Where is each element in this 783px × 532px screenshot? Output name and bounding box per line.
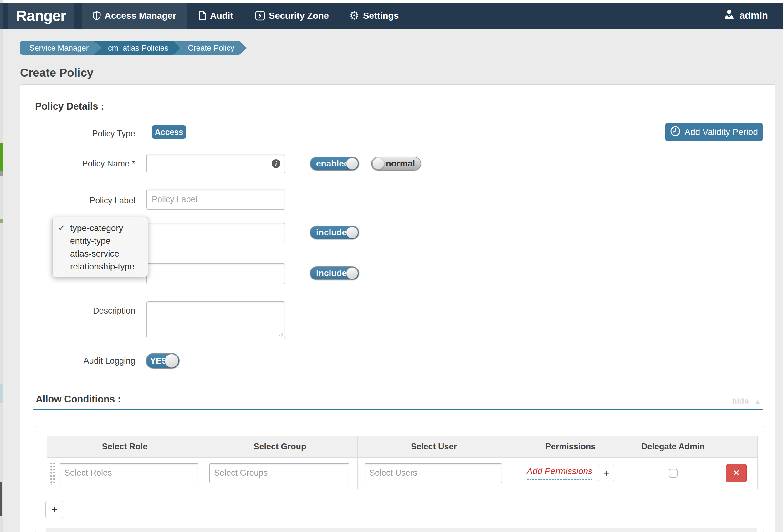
header-select-group: Select Group [202, 436, 358, 458]
nav-item-access-manager[interactable]: Access Manager [82, 2, 187, 29]
policy-details-heading: Policy Details : [35, 101, 104, 112]
background-window-sliver [0, 0, 3, 532]
sliver-segment [0, 219, 3, 223]
include-toggle-1[interactable]: include [310, 226, 359, 240]
user-menu[interactable]: admin [723, 2, 768, 29]
breadcrumb-create-policy[interactable]: Create Policy [174, 41, 247, 55]
nav-item-label: Settings [363, 11, 399, 21]
policy-name-input[interactable] [147, 154, 285, 174]
dropdown-option-label: entity-type [70, 236, 111, 246]
dropdown-option-relationship-type[interactable]: relationship-type [53, 260, 148, 273]
toggle-knob [346, 226, 358, 239]
header-select-role: Select Role [47, 436, 202, 458]
dropdown-option-entity-type[interactable]: entity-type [53, 234, 148, 247]
sliver-segment [0, 384, 3, 403]
page-title: Create Policy [20, 66, 93, 80]
check-icon: ✓ [58, 222, 65, 234]
condition-row: Add Permissions + ✕ [47, 458, 758, 489]
header-permissions: Permissions [510, 436, 631, 458]
shield-icon [93, 11, 101, 20]
nav-item-label: Security Zone [269, 11, 329, 21]
top-navbar: Ranger Access Manager Audit Security Zon… [0, 2, 783, 29]
header-actions [715, 436, 758, 458]
nav-item-security-zone[interactable]: Security Zone [250, 2, 334, 29]
nav-item-label: Audit [210, 11, 233, 21]
add-permissions-link[interactable]: Add Permissions [527, 466, 592, 480]
drag-handle[interactable] [50, 462, 55, 485]
delegate-admin-checkbox[interactable] [669, 469, 678, 477]
type-category-resource-input[interactable] [147, 223, 285, 244]
hide-label: hide [732, 396, 749, 406]
policy-enabled-toggle[interactable]: enabled [310, 157, 359, 170]
allow-conditions-table: Select Role Select Group Select User Per… [47, 436, 758, 489]
add-permission-button[interactable]: + [598, 465, 614, 481]
toggle-knob [346, 158, 358, 169]
resource-type-dropdown: ✓ type-category entity-type atlas-servic… [52, 217, 148, 277]
toggle-knob [346, 267, 358, 279]
collapse-arrow-icon: ▲ [754, 398, 761, 405]
select-users-input[interactable] [365, 464, 502, 483]
dropdown-option-label: relationship-type [70, 261, 134, 271]
policy-label-input[interactable] [147, 189, 285, 210]
ranger-create-policy-page: Ranger Access Manager Audit Security Zon… [0, 0, 783, 532]
audit-toggle-label: YES [147, 356, 167, 366]
header-select-user: Select User [358, 436, 510, 458]
allow-conditions-divider [33, 409, 763, 410]
hide-section-link[interactable]: hide ▲ [732, 396, 761, 406]
sliver-segment [0, 171, 3, 176]
audit-logging-label: Audit Logging [41, 356, 135, 366]
dropdown-option-label: type-category [70, 223, 123, 233]
info-icon[interactable]: i [272, 159, 280, 168]
enabled-toggle-label: enabled [310, 159, 349, 169]
select-roles-input[interactable] [60, 464, 198, 483]
add-validity-period-label: Add Validity Period [684, 127, 758, 137]
dropdown-option-label: atlas-service [70, 249, 119, 258]
sliver-segment [0, 143, 3, 171]
breadcrumb-service-manager[interactable]: Service Manager [20, 41, 101, 55]
next-section-edge [46, 528, 757, 532]
breadcrumb-cm-atlas-policies[interactable]: cm_atlas Policies [94, 41, 181, 55]
sliver-segment [0, 2, 3, 29]
include-toggle-2[interactable]: include [310, 266, 359, 280]
policy-status-toggle[interactable]: normal [371, 157, 421, 170]
sliver-segment [0, 482, 2, 517]
entity-resource-input[interactable] [147, 263, 285, 284]
dropdown-option-type-category[interactable]: ✓ type-category [53, 222, 148, 234]
document-icon [199, 11, 206, 20]
table-header-row: Select Role Select Group Select User Per… [47, 436, 758, 458]
user-name: admin [740, 10, 768, 21]
delete-row-button[interactable]: ✕ [726, 464, 747, 482]
policy-details-divider [33, 115, 763, 116]
ranger-logo[interactable]: Ranger [8, 2, 74, 29]
policy-name-label: Policy Name * [41, 159, 135, 169]
description-textarea[interactable] [147, 301, 285, 338]
window-top-edge [0, 0, 783, 2]
bolt-icon [255, 11, 265, 21]
toggle-knob [165, 354, 178, 368]
add-validity-period-button[interactable]: Add Validity Period [665, 123, 763, 142]
nav-item-settings[interactable]: ⚙ Settings [344, 2, 404, 29]
select-groups-input[interactable] [209, 464, 349, 483]
include-toggle-label: include [310, 227, 347, 238]
policy-type-badge: Access [152, 125, 186, 138]
gear-icon: ⚙ [349, 10, 359, 21]
breadcrumb: Service Manager cm_atlas Policies Create… [20, 41, 247, 55]
header-delegate-admin: Delegate Admin [631, 436, 715, 458]
toggle-knob [372, 158, 384, 169]
include-toggle-label: include [310, 268, 347, 278]
allow-conditions-heading: Allow Conditions : [36, 394, 121, 405]
audit-logging-toggle[interactable]: YES [146, 353, 180, 369]
policy-label-label: Policy Label [41, 196, 135, 206]
nav-item-audit[interactable]: Audit [191, 2, 241, 29]
add-condition-row-button[interactable]: + [45, 501, 63, 518]
dropdown-option-atlas-service[interactable]: atlas-service [53, 247, 148, 260]
nav-item-label: Access Manager [104, 11, 176, 21]
user-icon [723, 8, 735, 23]
description-label: Description [41, 306, 135, 316]
policy-type-label: Policy Type [41, 129, 135, 138]
normal-toggle-label: normal [386, 159, 420, 169]
clock-icon [670, 126, 681, 138]
